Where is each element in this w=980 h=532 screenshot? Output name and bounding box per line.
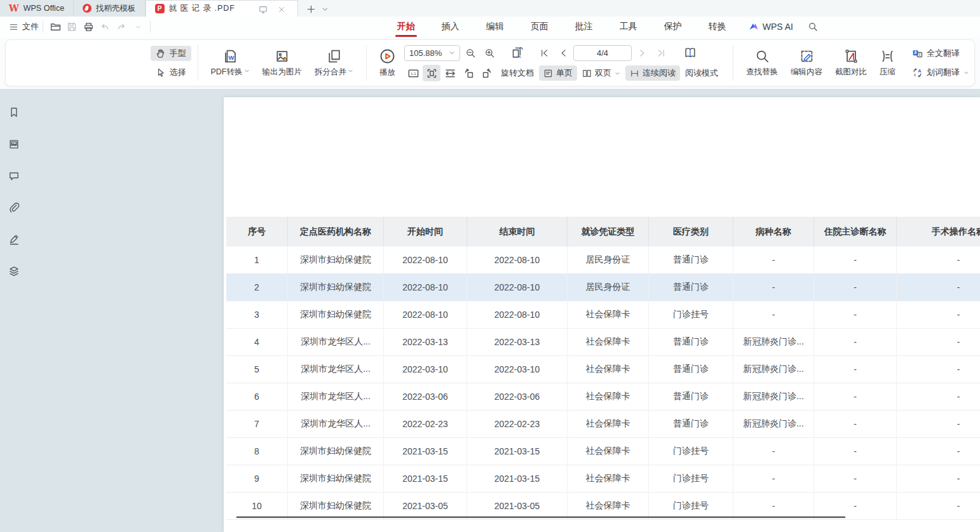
svg-text:A: A [914, 50, 917, 55]
first-page-icon[interactable] [535, 44, 553, 61]
find-replace-button[interactable]: 查找替换 [740, 46, 784, 80]
ribbon-tab[interactable]: 批注 [562, 17, 606, 36]
compress-button[interactable]: 压缩 [873, 46, 902, 80]
rotate-document-button[interactable]: 旋转文档 [496, 65, 538, 81]
close-tab-icon[interactable] [275, 3, 289, 17]
new-tab-button[interactable] [304, 2, 318, 16]
table-cell: 1 [226, 247, 288, 273]
rotate-left-icon[interactable] [459, 65, 477, 81]
comments-panel-icon[interactable] [5, 167, 23, 185]
ribbon-tab[interactable]: 插入 [428, 17, 473, 36]
compress-icon [880, 49, 895, 64]
attachments-panel-icon[interactable] [5, 199, 23, 217]
ribbon-tab[interactable]: 工具 [606, 17, 651, 36]
pdf-file-icon: P [155, 4, 165, 13]
word-translate-button[interactable]: xA 划词翻译 [907, 65, 974, 80]
double-page-button[interactable]: 双页 [578, 65, 625, 81]
tab-docer-templates[interactable]: 找稻壳模板 [74, 0, 146, 17]
table-cell: 新冠肺炎门诊... [733, 411, 814, 437]
tab-wps-office[interactable]: W WPS Office [0, 0, 74, 17]
redo-icon[interactable] [113, 19, 130, 34]
ribbon-search-icon[interactable] [805, 19, 821, 34]
undo-icon[interactable] [97, 19, 113, 34]
table-cell: 2021-03-15 [384, 438, 467, 465]
chevron-down-icon [963, 70, 969, 76]
table-row: 1深圳市妇幼保健院2022-08-102022-08-10居民身份证普通门诊--… [226, 247, 980, 274]
zoom-level-select[interactable]: 105.88% [404, 45, 460, 61]
last-page-icon[interactable] [652, 44, 670, 61]
signature-panel-icon[interactable] [5, 231, 23, 249]
previous-page-icon[interactable] [554, 44, 572, 61]
ribbon-tab[interactable]: 开始 [384, 17, 428, 36]
continuous-read-button[interactable]: 连续阅读 [625, 65, 680, 81]
table-cell: - [897, 356, 980, 383]
table-cell: 社会保障卡 [568, 493, 649, 519]
table-cell: - [733, 274, 814, 301]
full-translate-label: 全文翻译 [927, 48, 960, 59]
file-menu-button[interactable]: 文件 [9, 21, 39, 32]
undo-history-chevron-icon[interactable] [130, 19, 146, 34]
hand-tool-button[interactable]: 手型 [151, 46, 191, 61]
svg-text:A: A [918, 67, 922, 73]
medical-records-table: 序号定点医药机构名称开始时间结束时间就诊凭证类型医疗类别病种名称住院主诊断名称手… [226, 217, 980, 520]
edit-content-button[interactable]: 编辑内容 [784, 46, 829, 80]
rotate-pages-icon[interactable] [508, 44, 526, 61]
table-cell: - [897, 465, 980, 492]
table-cell: 深圳市妇幼保健院 [288, 493, 384, 519]
table-row: 3深圳市妇幼保健院2022-08-102022-08-10社会保障卡门诊挂号--… [226, 301, 980, 329]
read-mode-icon[interactable] [681, 44, 699, 61]
rotate-right-icon[interactable] [478, 65, 496, 81]
page-indicator-input[interactable] [573, 45, 632, 61]
zoom-out-icon[interactable] [461, 44, 479, 61]
tab-document-pdf[interactable]: P 就 医 记 录 .PDF [146, 0, 298, 17]
table-row: 7深圳市龙华区人...2022-02-232022-02-23社会保障卡普通门诊… [226, 411, 980, 438]
find-replace-label: 查找替换 [746, 67, 778, 78]
split-merge-button[interactable]: 拆分合并 [308, 46, 360, 80]
screenshot-compare-button[interactable]: 截图对比 [829, 46, 873, 80]
screenshot-compare-label: 截图对比 [835, 67, 867, 78]
single-page-button[interactable]: 单页 [539, 65, 577, 81]
play-button[interactable]: 播放 [373, 46, 402, 81]
ribbon-tab[interactable]: 保护 [651, 17, 695, 36]
layers-panel-icon[interactable] [5, 263, 23, 280]
table-cell: 2022-08-10 [467, 247, 568, 273]
play-label: 播放 [379, 67, 395, 78]
column-header: 序号 [226, 217, 288, 247]
open-file-icon[interactable] [47, 19, 64, 34]
next-page-icon[interactable] [633, 44, 651, 61]
table-cell: 2022-08-10 [467, 274, 568, 301]
monitor-icon[interactable] [256, 3, 270, 17]
wps-ai-button[interactable]: WPS AI [749, 22, 793, 32]
table-cell: - [814, 493, 897, 519]
thumbnails-panel-icon[interactable] [5, 135, 23, 153]
table-row: 6深圳市龙华区人...2022-03-062022-03-06社会保障卡普通门诊… [226, 383, 980, 411]
zoom-in-icon[interactable] [480, 44, 498, 61]
ribbon-tab[interactable]: 页面 [517, 17, 562, 36]
save-icon[interactable] [64, 19, 80, 34]
table-cell: 门诊挂号 [649, 465, 733, 492]
ribbon-tab[interactable]: 编辑 [473, 17, 517, 36]
split-merge-icon [327, 49, 341, 64]
select-tool-button[interactable]: 选择 [151, 65, 191, 80]
bookmarks-panel-icon[interactable] [5, 104, 23, 121]
continuous-read-label: 连续阅读 [643, 67, 676, 79]
table-cell: 社会保障卡 [568, 301, 649, 328]
pdf-convert-button[interactable]: W PDF转换 [205, 46, 256, 80]
table-cell: 6 [226, 383, 288, 410]
fit-width-icon[interactable] [441, 65, 459, 81]
menu-bar: 文件 开始插入编辑页面批注工具保护转换 WPS AI [0, 17, 980, 37]
ribbon-tab[interactable]: 转换 [695, 17, 740, 36]
export-image-button[interactable]: 输出为图片 [256, 46, 309, 80]
actual-size-icon[interactable]: 1:1 [404, 65, 422, 81]
table-cell: 新冠肺炎门诊... [733, 329, 814, 355]
table-cell: 深圳市龙华区人... [288, 356, 384, 383]
table-cell: 2021-03-05 [384, 493, 467, 519]
pdf-page: 序号定点医药机构名称开始时间结束时间就诊凭证类型医疗类别病种名称住院主诊断名称手… [224, 97, 980, 532]
print-icon[interactable] [80, 19, 97, 34]
fit-page-icon[interactable] [423, 65, 440, 81]
read-mode-button[interactable]: 阅读模式 [681, 65, 723, 81]
full-translate-button[interactable]: A文 全文翻译 [907, 46, 974, 61]
table-cell: 深圳市妇幼保健院 [288, 465, 384, 492]
pdf-table-body: 1深圳市妇幼保健院2022-08-102022-08-10居民身份证普通门诊--… [226, 247, 980, 520]
tab-list-chevron-icon[interactable] [318, 2, 332, 16]
